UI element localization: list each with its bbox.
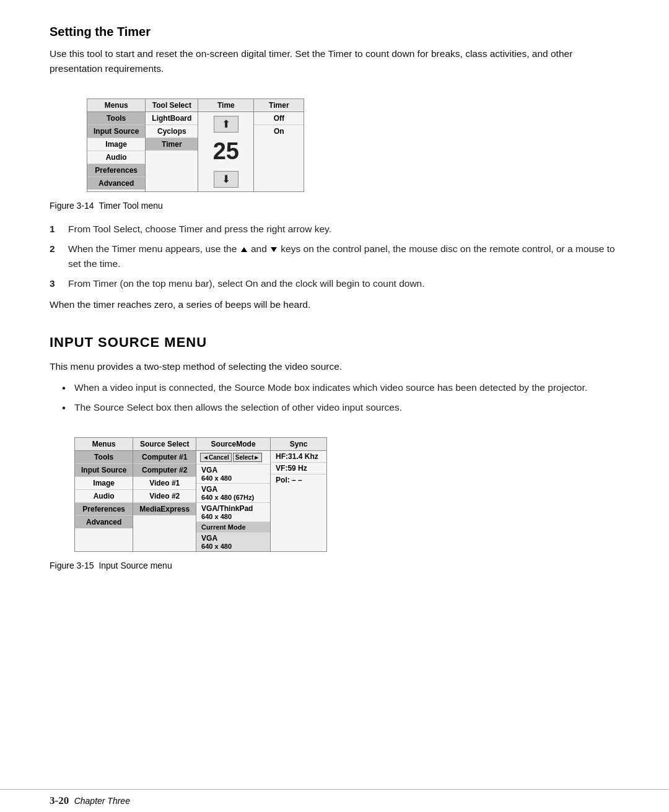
input-bullet-2: The Source Select box then allows the se… (62, 400, 619, 415)
input-menu-audio: Audio (75, 490, 133, 503)
tool-select-col: Tool Select LightBoard Cyclops Timer (146, 99, 198, 191)
timer-onoff-col: Timer Off On (254, 99, 304, 191)
timer-note: When the timer reaches zero, a series of… (50, 297, 619, 312)
input-bullets: When a video input is connected, the Sou… (62, 380, 619, 415)
timer-diagram: Menus Tools Input Source Image Audio Pre… (87, 87, 619, 197)
menu-preferences: Preferences (87, 164, 145, 177)
menu-tools: Tools (87, 112, 145, 125)
timer-step-3: 3 From Timer (on the top menu bar), sele… (50, 276, 619, 291)
cancel-btn[interactable]: ◄Cancel (200, 453, 232, 462)
input-menu-input-source: Input Source (75, 464, 133, 477)
menu-advanced: Advanced (87, 177, 145, 190)
tool-lightboard: LightBoard (146, 112, 198, 125)
input-figure-label: Figure 3-15 Input Source menu (50, 561, 619, 570)
timer-number: 25 (213, 136, 239, 167)
input-source-diagram: Menus Tools Input Source Image Audio Pre… (74, 426, 619, 557)
input-source-title: INPUT SOURCE MENU (50, 334, 619, 351)
timer-step-2: 2 When the Timer menu appears, use the a… (50, 242, 619, 271)
input-source-section: INPUT SOURCE MENU This menu provides a t… (50, 334, 619, 570)
bottom-bar: 3-20 Chapter Three (0, 789, 669, 812)
time-col: Time ⬆ 25 ⬇ (198, 99, 254, 191)
input-menu-image: Image (75, 477, 133, 490)
input-bullet-1: When a video input is connected, the Sou… (62, 380, 619, 395)
input-menus-col: Menus Tools Input Source Image Audio Pre… (75, 438, 133, 551)
source-select-col: Source Select Computer #1 Computer #2 Vi… (133, 438, 196, 551)
timer-figure-label: Figure 3-14 Timer Tool menu (50, 201, 619, 211)
sync-col: Sync HF:31.4 Khz VF:59 Hz Pol: – – (271, 438, 326, 551)
input-menu-advanced: Advanced (75, 516, 133, 528)
source-select-header: Source Select (133, 438, 196, 451)
tool-select-header: Tool Select (146, 99, 198, 112)
menu-image: Image (87, 138, 145, 151)
source-mediaexpress: MediaExpress (133, 503, 196, 515)
timer-section-title: Setting the Timer (50, 25, 619, 39)
sync-pol: Pol: – – (271, 474, 326, 486)
timer-off: Off (254, 112, 304, 125)
source-computer2: Computer #2 (133, 464, 196, 477)
sync-vf: VF:59 Hz (271, 463, 326, 474)
timer-menus-col: Menus Tools Input Source Image Audio Pre… (87, 99, 146, 191)
select-btn[interactable]: Select► (233, 453, 262, 462)
menu-input-source: Input Source (87, 125, 145, 138)
source-current-mode-label: Current Mode (196, 522, 270, 533)
tool-timer: Timer (146, 138, 198, 151)
sync-header: Sync (271, 438, 326, 451)
chapter-label: Chapter Three (74, 796, 130, 806)
timer-section: Setting the Timer Use this tool to start… (50, 25, 619, 312)
tool-cyclops: Cyclops (146, 125, 198, 138)
timer-step-1: 1 From Tool Select, choose Timer and pre… (50, 222, 619, 237)
menus-header: Menus (87, 99, 145, 112)
source-mode-header: SourceMode (196, 438, 270, 451)
sync-hf: HF:31.4 Khz (271, 451, 326, 463)
source-vga1: VGA 640 x 480 (196, 465, 270, 484)
source-mode-col: SourceMode ◄Cancel Select► VGA 640 x 480… (196, 438, 271, 551)
source-current-mode-value: VGA 640 x 480 (196, 533, 270, 551)
source-cancel-select: ◄Cancel Select► (196, 451, 270, 465)
input-menu-tools: Tools (75, 451, 133, 464)
time-up-arrow[interactable]: ⬆ (214, 116, 238, 133)
timer-on: On (254, 125, 304, 138)
input-menu-preferences: Preferences (75, 503, 133, 516)
source-vga2: VGA 640 x 480 (67Hz) (196, 484, 270, 503)
time-down-arrow[interactable]: ⬇ (214, 171, 238, 188)
menu-audio: Audio (87, 151, 145, 164)
input-intro: This menu provides a two-step method of … (50, 359, 619, 374)
page-number: 3-20 (50, 795, 69, 807)
timer-onoff-header: Timer (254, 99, 304, 112)
input-menus-header: Menus (75, 438, 133, 451)
time-header: Time (198, 99, 253, 112)
source-computer1: Computer #1 (133, 451, 196, 464)
timer-intro: Use this tool to start and reset the on-… (50, 46, 619, 76)
timer-steps: 1 From Tool Select, choose Timer and pre… (50, 222, 619, 291)
source-video2: Video #2 (133, 490, 196, 503)
source-vga-thinkpad: VGA/ThinkPad 640 x 480 (196, 503, 270, 522)
source-video1: Video #1 (133, 477, 196, 490)
